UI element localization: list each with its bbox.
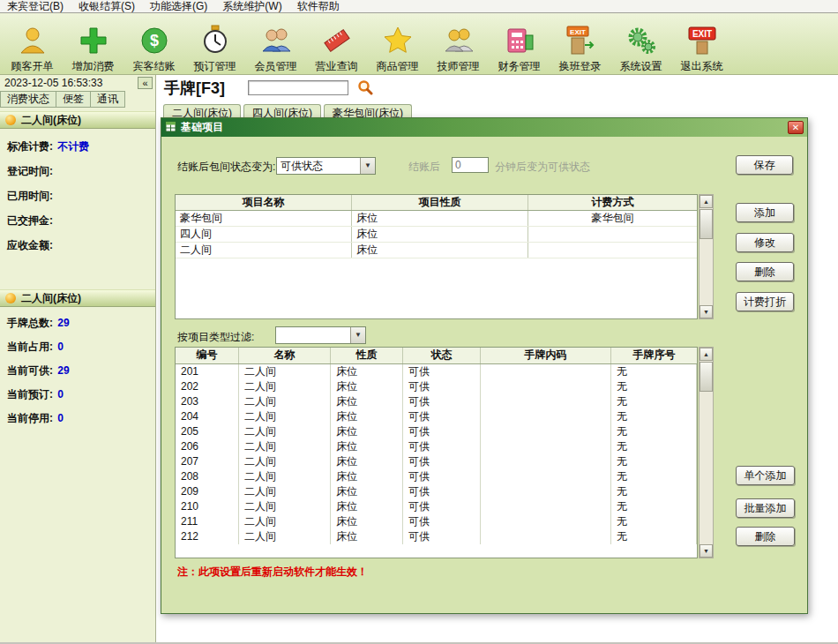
filter-select[interactable]: ▼ (275, 326, 366, 344)
toolbar-settings-button[interactable]: 系统设置 (610, 16, 671, 72)
toolbar-exit-button[interactable]: EXIT 退出系统 (671, 16, 732, 72)
projects-table-header: 项目名称 项目性质 计费方式 (176, 195, 697, 211)
chevron-down-icon[interactable]: ▼ (350, 327, 365, 343)
handcards-table: 编号 名称 性质 状态 手牌内码 手牌序号 201 二人间 床位 可供 无 (175, 347, 698, 558)
table-row[interactable]: 212 二人间 床位 可供 无 (176, 529, 697, 544)
toolbar-goods-button[interactable]: 商品管理 (367, 16, 428, 72)
toolbar-reservation-button[interactable]: 预订管理 (184, 16, 245, 72)
menu-item-cashier[interactable]: 收银结算(S) (79, 0, 135, 13)
table-row[interactable]: 210 二人间 床位 可供 无 (176, 499, 697, 514)
bullet-ball-icon (5, 293, 16, 303)
technician-icon (443, 22, 475, 59)
table-row[interactable]: 209 二人间 床位 可供 无 (176, 484, 697, 499)
checkout-status-select[interactable]: 可供状态 ▼ (276, 157, 376, 175)
column-header[interactable]: 项目名称 (176, 195, 352, 210)
card-number-cell: 204 (176, 409, 239, 424)
modify-button[interactable]: 修改 (736, 233, 794, 252)
menu-item-maintenance[interactable]: 系统维护(W) (222, 0, 281, 13)
card-type-cell: 床位 (331, 364, 403, 379)
column-header[interactable]: 项目性质 (352, 195, 528, 210)
table-row[interactable]: 208 二人间 床位 可供 无 (176, 469, 697, 484)
card-code-cell (481, 424, 611, 439)
select-value (276, 327, 350, 343)
table-row[interactable]: 202 二人间 床位 可供 无 (176, 379, 697, 394)
checkout-status-label: 结账后包间状态变为: (177, 160, 275, 175)
table-row[interactable]: 207 二人间 床位 可供 无 (176, 454, 697, 469)
table-row[interactable]: 206 二人间 床位 可供 无 (176, 439, 697, 454)
tab-contacts[interactable]: 通讯 (91, 91, 125, 108)
tab-notes[interactable]: 便签 (56, 91, 91, 108)
chevron-down-icon[interactable]: ▼ (360, 158, 375, 174)
card-number-cell: 203 (176, 394, 239, 409)
menu-item-guest-register[interactable]: 来宾登记(B) (7, 0, 64, 13)
card-serial-cell: 无 (611, 469, 697, 484)
batch-add-button[interactable]: 批量添加 (736, 498, 795, 518)
toolbar-business-query-button[interactable]: 营业查询 (306, 16, 367, 72)
dialog-titlebar: 基础项目 ✕ (161, 118, 807, 137)
scroll-up-icon[interactable]: ▲ (700, 348, 713, 361)
sidebar-tabs: 消费状态 便签 通讯 (0, 91, 125, 108)
toolbar-finance-button[interactable]: 财务管理 (489, 16, 550, 72)
sidebar-collapse-button[interactable]: « (138, 77, 153, 89)
table-row[interactable]: 二人间 床位 (176, 243, 697, 258)
handcard-search-input[interactable] (248, 80, 348, 95)
status-field: 标准计费: 不计费 (0, 133, 155, 158)
after-minutes-suffix-label: 分钟后变为可供状态 (495, 160, 590, 175)
toolbar: 顾客开单 增加消费 $ 宾客结账 预订管理 会员管理 (0, 13, 838, 75)
column-header[interactable]: 状态 (403, 348, 481, 363)
table-row[interactable]: 205 二人间 床位 可供 无 (176, 424, 697, 439)
toolbar-add-consumption-button[interactable]: 增加消费 (63, 16, 123, 72)
section-title: 二人间(床位) (21, 113, 81, 128)
add-button[interactable]: 添加 (736, 203, 794, 222)
single-add-button[interactable]: 单个添加 (736, 466, 795, 485)
tab-consume-status[interactable]: 消费状态 (0, 91, 56, 108)
search-icon[interactable] (357, 79, 373, 98)
stats-field: 手牌总数: 29 (0, 310, 155, 333)
table-row[interactable]: 203 二人间 床位 可供 无 (176, 394, 697, 409)
card-serial-cell: 无 (611, 409, 697, 424)
table-row[interactable]: 211 二人间 床位 可供 无 (176, 514, 697, 529)
scroll-down-icon[interactable]: ▼ (700, 544, 713, 558)
toolbar-technician-button[interactable]: 技师管理 (428, 16, 489, 72)
delete-cards-button[interactable]: 删除 (736, 527, 795, 546)
column-header[interactable]: 名称 (239, 348, 331, 363)
field-label: 已交押金: (7, 214, 53, 227)
scroll-up-icon[interactable]: ▲ (700, 195, 713, 208)
column-header[interactable]: 手牌序号 (611, 348, 697, 363)
save-button[interactable]: 保存 (736, 155, 793, 175)
toolbar-shift-login-button[interactable]: EXIT 换班登录 (550, 16, 610, 72)
card-type-cell: 床位 (331, 424, 403, 439)
delete-button[interactable]: 删除 (736, 262, 794, 281)
column-header[interactable]: 手牌内码 (481, 348, 611, 363)
close-icon[interactable]: ✕ (788, 121, 804, 134)
field-value: 29 (57, 364, 69, 377)
billing-mode-cell (528, 243, 697, 258)
toolbar-label: 退出系统 (681, 60, 723, 72)
sidebar: 2023-12-05 16:53:33 « 消费状态 便签 通讯 二人间(床位)… (0, 75, 156, 644)
scroll-down-icon[interactable]: ▼ (700, 305, 713, 318)
table-row[interactable]: 四人间 床位 (176, 227, 697, 243)
field-value: 0 (57, 412, 64, 424)
card-name-cell: 二人间 (239, 484, 331, 499)
table-row[interactable]: 204 二人间 床位 可供 无 (176, 409, 697, 424)
table-row[interactable]: 201 二人间 床位 可供 无 (176, 364, 697, 379)
billing-discount-button[interactable]: 计费打折 (736, 292, 794, 311)
after-minutes-prefix-label: 结账后 (408, 160, 440, 175)
scrollbar-thumb[interactable] (700, 209, 713, 239)
after-minutes-input[interactable] (452, 157, 489, 173)
column-header[interactable]: 性质 (331, 348, 403, 363)
toolbar-members-button[interactable]: 会员管理 (245, 16, 306, 72)
menu-item-help[interactable]: 软件帮助 (297, 0, 340, 13)
project-name-cell: 四人间 (176, 227, 352, 242)
toolbar-customer-order-button[interactable]: 顾客开单 (2, 16, 63, 72)
menu-item-functions[interactable]: 功能选择(G) (150, 0, 207, 13)
column-header[interactable]: 计费方式 (528, 195, 697, 210)
card-name-cell: 二人间 (239, 469, 331, 484)
column-header[interactable]: 编号 (176, 348, 239, 363)
toolbar-checkout-button[interactable]: $ 宾客结账 (123, 16, 184, 72)
card-code-cell (481, 499, 611, 514)
scrollbar-thumb[interactable] (700, 362, 713, 392)
billing-mode-cell (528, 227, 697, 242)
billing-mode-cell: 豪华包间 (528, 211, 697, 226)
table-row[interactable]: 豪华包间 床位 豪华包间 (176, 211, 697, 227)
